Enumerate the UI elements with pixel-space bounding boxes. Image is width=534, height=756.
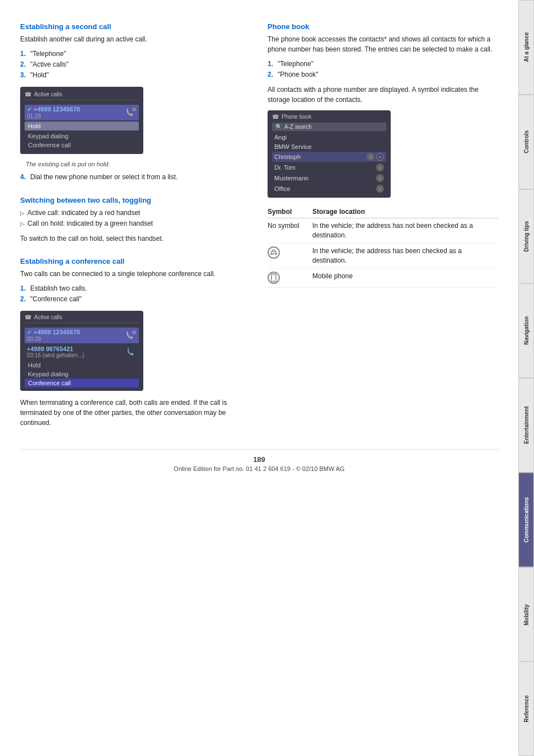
screen-icon: ☎ <box>25 91 31 97</box>
right-column: Phone book The phone book accesses the c… <box>268 22 498 432</box>
pb-contact-drtom: Dr. Tom i <box>272 162 386 172</box>
contact-name: Christoph <box>274 153 301 160</box>
phonebook-after-steps: All contacts with a phone number are dis… <box>268 85 498 105</box>
pb-search-bar: 🔍 A-Z search <box>272 123 386 131</box>
list-item: 4. Dial the new phone number or select i… <box>20 172 251 183</box>
list-item: 2. "Active calls" <box>20 59 251 70</box>
screen-call-row-2: +4989 98765421 03:16 (wird gehalten...) <box>25 344 139 360</box>
car-check-icon <box>268 246 280 259</box>
menu-keypad-dialing-2: Keypad dialing <box>25 370 139 379</box>
search-icon: 🔍 <box>275 124 282 130</box>
pb-contact-angi: Angi <box>272 133 386 142</box>
section-heading-phonebook: Phone book <box>268 22 498 31</box>
storage-icon: i <box>376 185 384 193</box>
call-number: ✓ +4989 12345678 <box>27 329 80 336</box>
description-cell: Mobile phone <box>312 268 498 288</box>
phonebook-steps: 1. "Telephone" 2. "Phone book" <box>268 59 498 80</box>
table-row: In the vehicle; the address has been che… <box>268 243 498 268</box>
list-item: 2. "Conference call" <box>20 294 251 305</box>
hold-bar: Hold <box>25 122 139 130</box>
section3-steps: 1. Establish two calls. 2. "Conference c… <box>20 283 251 305</box>
pb-title-icon: ☎ <box>272 114 279 120</box>
svg-rect-7 <box>273 274 275 275</box>
screen-title: Active calls <box>34 91 62 97</box>
tab-entertainment[interactable]: Entertainment <box>518 378 534 473</box>
symbol-cell <box>268 268 312 288</box>
call-icon <box>127 331 137 340</box>
svg-point-8 <box>273 280 274 281</box>
tab-mobility[interactable]: Mobility <box>518 567 534 662</box>
contact-name: Mustermann <box>274 175 308 181</box>
add-icon: + <box>376 153 384 161</box>
side-tabs: At a glance Controls Driving tips Naviga… <box>518 0 534 756</box>
call-time: 01:28 <box>27 113 80 119</box>
contact-icons: i <box>376 164 384 171</box>
symbol-cell <box>268 243 312 268</box>
svg-point-5 <box>275 254 276 255</box>
section-heading-second-call: Establishing a second call <box>20 22 251 31</box>
screen-title: Active calls <box>34 314 62 320</box>
menu-conference-call-2: Conference call <box>25 379 139 388</box>
tab-communications[interactable]: Communications <box>518 473 534 567</box>
contact-icons: i + <box>367 153 384 161</box>
list-item: 1. Establish two calls. <box>20 283 251 294</box>
pb-title: Phone book <box>282 114 311 120</box>
storage-icon: i <box>376 164 384 171</box>
svg-point-4 <box>271 254 273 255</box>
phonebook-screen: ☎ Phone book 🔍 A-Z search Angi BMW Servi… <box>268 110 391 198</box>
main-content: Establishing a second call Establish ano… <box>0 0 518 756</box>
symbol-table: Symbol Storage location No symbol In the… <box>268 206 498 288</box>
hold-phone-icon <box>128 348 137 356</box>
screen-call-row-1: ✓ +4989 12345678 00:29 <box>25 328 139 343</box>
mobile-phone-icon <box>268 272 280 284</box>
storage-icon: i <box>376 174 384 182</box>
section-heading-conference: Establishing a conference call <box>20 257 251 265</box>
edition-text: Online Edition for Part no. 01 41 2 604 … <box>20 465 498 472</box>
section2-text: To switch to the call on hold, select th… <box>20 234 251 244</box>
tab-reference[interactable]: Reference <box>518 661 534 756</box>
menu-conference-call: Conference call <box>25 141 139 150</box>
pb-search-label: A-Z search <box>284 124 312 130</box>
contact-name: BMW Service <box>274 143 312 150</box>
list-item: 1. "Telephone" <box>268 59 498 69</box>
left-column: Establishing a second call Establish ano… <box>20 22 251 432</box>
screen1-caption: The existing call is put on hold. <box>20 161 251 167</box>
section1-step4: 4. Dial the new phone number or select i… <box>20 172 251 183</box>
symbol-cell: No symbol <box>268 218 312 244</box>
page-number: 189 <box>20 455 498 464</box>
section-heading-switching: Switching between two calls, toggling <box>20 196 251 204</box>
screen-icon: ☎ <box>25 314 31 320</box>
bullet-arrow-icon: ▷ <box>20 220 25 229</box>
description-cell: In the vehicle; the address has not been… <box>312 218 498 244</box>
pb-contact-christoph: Christoph i + <box>272 152 386 162</box>
tab-driving-tips[interactable]: Driving tips <box>518 189 534 284</box>
menu-hold: Hold <box>25 361 139 370</box>
section1-intro: Establish another call during an active … <box>20 34 251 44</box>
footer: 189 Online Edition for Part no. 01 41 2 … <box>20 449 498 472</box>
bullet-item: ▷ Active call: indicated by a red handse… <box>20 208 251 218</box>
section3-intro: Two calls can be connected to a single t… <box>20 269 251 279</box>
menu-keypad-dialing: Keypad dialing <box>25 132 139 141</box>
phonebook-intro: The phone book accesses the contacts* an… <box>268 34 498 54</box>
call-number: ✓ +4989 12345678 <box>27 106 80 113</box>
active-calls-screen-2: ☎ Active calls ✓ +4989 12345678 00:29 <box>20 311 143 391</box>
list-item: 3. "Hold" <box>20 70 251 81</box>
pb-contact-mustermann: Mustermann i <box>272 173 386 183</box>
call-number-2: +4989 98765421 <box>27 346 84 352</box>
list-item: 1. "Telephone" <box>20 49 251 59</box>
tab-at-a-glance[interactable]: At a glance <box>518 0 534 95</box>
tab-controls[interactable]: Controls <box>518 95 534 189</box>
tab-navigation[interactable]: Navigation <box>518 283 534 378</box>
section2-bullets: ▷ Active call: indicated by a red handse… <box>20 208 251 229</box>
section1-steps: 1. "Telephone" 2. "Active calls" 3. "Hol… <box>20 49 251 81</box>
bullet-item: ▷ Call on hold: indicated by a green han… <box>20 218 251 229</box>
symbol-col-header: Symbol <box>268 206 312 218</box>
call-time: 00:29 <box>27 336 80 342</box>
contact-icons: i <box>376 174 384 182</box>
section3-closing: When terminating a conference call, both… <box>20 398 251 428</box>
list-item: 2. "Phone book" <box>268 69 498 80</box>
call-time-2: 03:16 (wird gehalten...) <box>27 352 84 358</box>
contact-name: Office <box>274 185 291 192</box>
pb-contact-office: Office i <box>272 184 386 194</box>
table-row: No symbol In the vehicle; the address ha… <box>268 218 498 244</box>
